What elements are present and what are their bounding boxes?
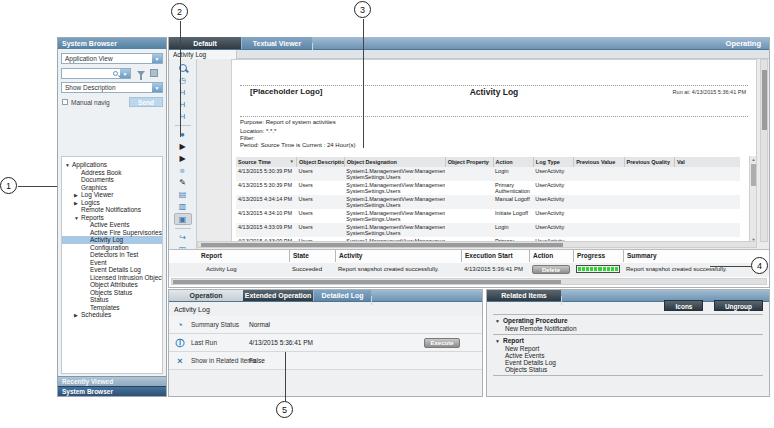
tree-item-object-attributes[interactable]: Object Attributes <box>62 281 162 289</box>
tab-extended-operation[interactable]: Extended Operation <box>243 290 313 301</box>
related-item-new-remote-notification[interactable]: New Remote Notification <box>493 325 763 332</box>
tree-item-licensed-intrusion-objects[interactable]: Licensed Intrusion Objects <box>62 274 162 282</box>
table-row[interactable]: 4/13/2015 4:34:14 PMUsersSystem1.Managem… <box>236 195 740 209</box>
chevron-down-icon[interactable]: ▼ <box>120 69 130 78</box>
tree-item-log-viewer[interactable]: ▶Log Viewer <box>62 191 162 199</box>
chevron-down-icon[interactable]: ▼ <box>152 83 162 92</box>
stop-icon[interactable]: ■ <box>174 165 192 176</box>
tree-item-detectors-in-test[interactable]: Detectors in Test <box>62 251 162 259</box>
column-header-source-time[interactable]: Source Time▼ <box>236 157 296 167</box>
tree-item-documents[interactable]: Documents <box>62 176 162 184</box>
header-1-icon[interactable]: H <box>174 87 192 98</box>
tab-operation[interactable]: Operation <box>169 290 243 301</box>
property-value: Normal <box>249 321 270 328</box>
tree-item-active-events[interactable]: Active Events <box>62 221 162 229</box>
table-row[interactable]: 4/13/2015 5:30:39 PMUsersSystem1.Managem… <box>236 167 740 181</box>
header-3-icon[interactable]: H <box>174 111 192 122</box>
export-excel-icon[interactable]: ▥ <box>174 201 192 212</box>
system-browser-bar[interactable]: System Browser <box>58 386 166 396</box>
tab-related-items[interactable]: Related Items <box>487 290 561 301</box>
tree-item-objects-status[interactable]: Objects Status <box>62 289 162 297</box>
collapse-icon[interactable]: ▼ <box>74 215 81 223</box>
viewer-vertical-scrollbar[interactable] <box>760 59 768 242</box>
tree-item-graphics[interactable]: Graphics <box>62 184 162 192</box>
table-row[interactable]: 4/13/2015 4:33:09 PMUsersSystem1.Managem… <box>236 223 740 237</box>
chevron-down-icon[interactable]: ▼ <box>152 54 162 63</box>
column-header-object-description[interactable]: Object Description <box>296 157 344 167</box>
run-icon[interactable]: ▶ <box>174 141 192 152</box>
tree-item-active-fire-supervisories[interactable]: Active Fire Supervisories <box>62 229 162 237</box>
search-icon <box>113 71 118 76</box>
search-icon[interactable] <box>174 63 192 74</box>
related-group-report[interactable]: ▼Report <box>493 337 763 345</box>
related-group-operating-procedure[interactable]: ▼Operating Procedure <box>493 317 763 325</box>
send-button[interactable]: Send <box>129 97 163 107</box>
operation-row-last-run[interactable]: ⓘLast Run4/13/2015 5:36:41 PMExecute <box>169 334 482 352</box>
export-pdf-icon[interactable]: ▤ <box>174 189 192 200</box>
save-as-icon[interactable]: ↪ <box>174 232 192 243</box>
column-header-object-property[interactable]: Object Property <box>445 157 493 167</box>
expand-icon[interactable]: ▶ <box>74 312 81 320</box>
snapshot-icon[interactable]: ▣ <box>174 213 192 225</box>
scroll-up-icon[interactable]: ▲ <box>750 157 757 162</box>
execution-horizontal-scrollbar[interactable] <box>171 278 767 285</box>
table-row[interactable]: 4/13/2015 4:34:10 PMUsersSystem1.Managem… <box>236 209 740 223</box>
tree-item-label: Activity Log <box>90 236 123 243</box>
column-header-previous-quality[interactable]: Previous Quality <box>624 157 674 167</box>
scrollbar-thumb[interactable] <box>201 243 563 247</box>
related-item-objects-status[interactable]: Objects Status <box>493 366 763 373</box>
viewer-horizontal-scrollbar[interactable] <box>197 241 757 248</box>
tree-item-address-book[interactable]: Address Book <box>62 169 162 177</box>
icons-button[interactable]: Icons <box>664 300 703 311</box>
search-input[interactable]: ▼ <box>61 68 131 79</box>
tree-item-event[interactable]: Event <box>62 259 162 267</box>
tree-item-label: Event <box>90 259 107 266</box>
collapse-icon[interactable]: ▼ <box>65 162 72 170</box>
scrollbar-thumb[interactable] <box>751 164 756 186</box>
tree-item-templates[interactable]: Templates <box>62 304 162 312</box>
record-icon[interactable]: ● <box>174 129 192 140</box>
related-item-event-details-log[interactable]: Event Details Log <box>493 359 763 366</box>
header-2-icon[interactable]: H <box>174 99 192 110</box>
tab-detailed-log[interactable]: Detailed Log <box>313 290 371 301</box>
collapse-icon[interactable]: ▼ <box>493 317 503 325</box>
ungroup-button[interactable]: Ungroup <box>714 300 763 311</box>
tree-item-remote-notifications[interactable]: Remote Notifications <box>62 206 162 214</box>
recently-viewed-bar[interactable]: Recently Viewed <box>58 376 166 386</box>
scrollbar-thumb[interactable] <box>173 280 561 284</box>
table-row[interactable]: 4/13/2015 5:30:39 PMUsersSystem1.Managem… <box>236 181 740 195</box>
save-icon[interactable] <box>150 69 158 77</box>
run-options-icon[interactable]: ▶ <box>174 153 192 164</box>
column-header-action[interactable]: Action <box>493 157 533 167</box>
tree-item-logics[interactable]: ▶Logics <box>62 199 162 207</box>
related-item-new-report[interactable]: New Report <box>493 345 763 352</box>
operation-row-show-in-related-items[interactable]: ×Show in Related ItemsFalse <box>169 352 482 370</box>
tree-item-status[interactable]: Status <box>62 296 162 304</box>
delete-button[interactable]: Delete <box>532 265 570 274</box>
manual-nav-checkbox[interactable] <box>62 99 68 105</box>
view-selector-dropdown[interactable]: Application View ▼ <box>61 53 163 64</box>
table-cell: UserActivity <box>533 195 573 209</box>
description-dropdown[interactable]: Show Description ▼ <box>61 82 163 93</box>
tab-textual-viewer[interactable]: Textual Viewer <box>241 37 312 49</box>
column-header-log-type[interactable]: Log Type <box>533 157 573 167</box>
clock-icon[interactable]: ◷ <box>174 75 192 86</box>
related-item-active-events[interactable]: Active Events <box>493 352 763 359</box>
sort-desc-icon[interactable]: ▼ <box>290 159 294 164</box>
edit-icon[interactable]: ✎ <box>174 177 192 188</box>
tree-item-configuration[interactable]: Configuration <box>62 244 162 252</box>
column-header-object-designation[interactable]: Object Designation <box>344 157 445 167</box>
tree-item-applications[interactable]: ▼Applications <box>62 161 162 169</box>
collapse-icon[interactable]: ▼ <box>493 337 503 345</box>
operation-row-summary-status[interactable]: ◔Summary StatusNormal <box>169 316 482 334</box>
tree-item-activity-log[interactable]: Activity Log <box>62 236 162 244</box>
table-vertical-scrollbar[interactable]: ▲ ▼ <box>749 156 756 243</box>
column-header-val[interactable]: Val <box>674 157 740 167</box>
execute-button[interactable]: Execute <box>424 338 460 348</box>
scrollbar-thumb[interactable] <box>762 70 767 130</box>
tree-item-schedules[interactable]: ▶Schedules <box>62 311 162 319</box>
tree-item-event-details-log[interactable]: Event Details Log <box>62 266 162 274</box>
tree-item-reports[interactable]: ▼Reports <box>62 214 162 222</box>
column-header-previous-value[interactable]: Previous Value <box>574 157 624 167</box>
filter-icon[interactable] <box>137 71 145 76</box>
